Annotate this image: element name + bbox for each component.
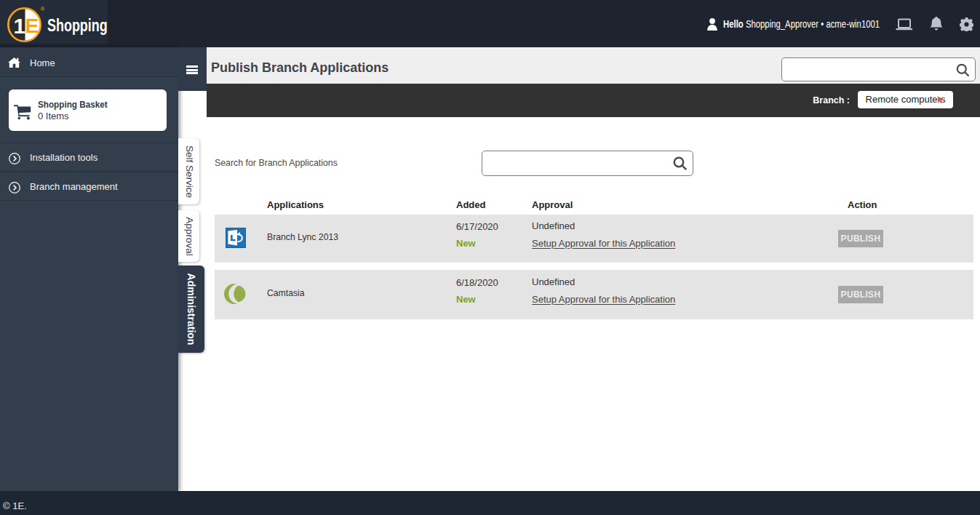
svg-text:1: 1: [14, 14, 26, 38]
svg-text:E: E: [25, 15, 39, 37]
